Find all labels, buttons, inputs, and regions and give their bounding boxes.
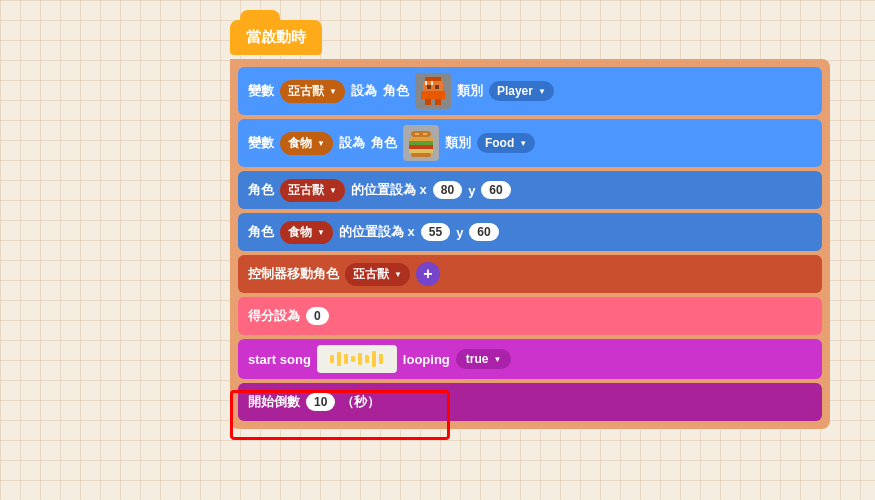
label-category-1: 類別	[457, 82, 483, 100]
hat-block-label: 當啟動時	[246, 28, 306, 45]
label-variable-1: 變數	[248, 82, 274, 100]
svg-rect-5	[425, 99, 431, 105]
svg-rect-7	[427, 85, 431, 89]
label-countdown: 開始倒數	[248, 393, 300, 411]
block-position-food[interactable]: 角色 食物 的位置設為 x 55 y 60	[238, 213, 822, 251]
song-bar-2	[337, 352, 341, 366]
label-sprite-3: 角色	[248, 181, 274, 199]
dropdown-true[interactable]: true	[456, 349, 512, 369]
svg-rect-14	[411, 153, 431, 157]
label-set-as-2: 設為	[339, 134, 365, 152]
song-preview[interactable]	[317, 345, 397, 373]
dropdown-food-2[interactable]: 食物	[280, 221, 333, 244]
food-pixel-art	[405, 127, 437, 159]
block-start-song[interactable]: start song looping true	[238, 339, 822, 379]
block-position-player[interactable]: 角色 亞古獸 的位置設為 x 80 y 60	[238, 171, 822, 209]
block-variable-food[interactable]: 變數 食物 設為 角色 類別 F	[238, 119, 822, 167]
blocks-workspace: 當啟動時 變數 亞古獸 設為 角色	[230, 20, 830, 429]
block-variable-player[interactable]: 變數 亞古獸 設為 角色	[238, 67, 822, 115]
song-bar-5	[358, 353, 362, 365]
song-bar-1	[330, 355, 334, 363]
block-countdown[interactable]: 開始倒數 10 （秒）	[238, 383, 822, 421]
y-value-1[interactable]: 60	[481, 181, 510, 199]
add-button[interactable]: +	[416, 262, 440, 286]
svg-rect-13	[409, 149, 433, 153]
song-bar-3	[344, 354, 348, 364]
label-y-2: y	[456, 225, 463, 240]
song-bar-4	[351, 356, 355, 362]
svg-rect-11	[409, 141, 433, 145]
dropdown-player-category[interactable]: Player	[489, 81, 554, 101]
song-bar-7	[372, 351, 376, 367]
label-sprite-ref-2: 角色	[371, 134, 397, 152]
label-y-1: y	[468, 183, 475, 198]
y-value-2[interactable]: 60	[469, 223, 498, 241]
svg-rect-4	[421, 91, 445, 99]
svg-rect-9	[411, 131, 431, 137]
label-pos-set-2: 的位置設為 x	[339, 223, 415, 241]
label-looping: looping	[403, 352, 450, 367]
svg-rect-6	[435, 99, 441, 105]
song-bar-8	[379, 354, 383, 364]
label-pos-set-1: 的位置設為 x	[351, 181, 427, 199]
food-sprite-icon	[403, 125, 439, 161]
hat-block[interactable]: 當啟動時	[230, 20, 322, 55]
svg-rect-12	[409, 145, 433, 149]
block-score[interactable]: 得分設為 0	[238, 297, 822, 335]
player-sprite-icon	[415, 73, 451, 109]
label-score: 得分設為	[248, 307, 300, 325]
svg-rect-2	[425, 81, 427, 85]
label-set-as-1: 設為	[351, 82, 377, 100]
label-sprite-ref-1: 角色	[383, 82, 409, 100]
svg-rect-10	[409, 137, 433, 141]
countdown-value[interactable]: 10	[306, 393, 335, 411]
label-seconds: （秒）	[341, 393, 380, 411]
svg-rect-3	[431, 81, 433, 85]
block-controller-move[interactable]: 控制器移動角色 亞古獸 +	[238, 255, 822, 293]
song-bar-6	[365, 355, 369, 363]
label-variable-2: 變數	[248, 134, 274, 152]
label-category-2: 類別	[445, 134, 471, 152]
x-value-1[interactable]: 80	[433, 181, 462, 199]
label-start-song: start song	[248, 352, 311, 367]
label-controller: 控制器移動角色	[248, 265, 339, 283]
x-value-2[interactable]: 55	[421, 223, 450, 241]
score-value[interactable]: 0	[306, 307, 329, 325]
dropdown-yaguai-2[interactable]: 亞古獸	[280, 179, 345, 202]
dropdown-yaguai[interactable]: 亞古獸	[280, 80, 345, 103]
blocks-container: 變數 亞古獸 設為 角色	[230, 59, 830, 429]
svg-rect-8	[435, 85, 439, 89]
svg-rect-16	[423, 133, 427, 135]
svg-rect-15	[415, 133, 419, 135]
dropdown-food-category[interactable]: Food	[477, 133, 535, 153]
label-sprite-4: 角色	[248, 223, 274, 241]
svg-rect-0	[425, 77, 441, 81]
player-pixel-art	[417, 75, 449, 107]
dropdown-food[interactable]: 食物	[280, 132, 333, 155]
dropdown-yaguai-3[interactable]: 亞古獸	[345, 263, 410, 286]
